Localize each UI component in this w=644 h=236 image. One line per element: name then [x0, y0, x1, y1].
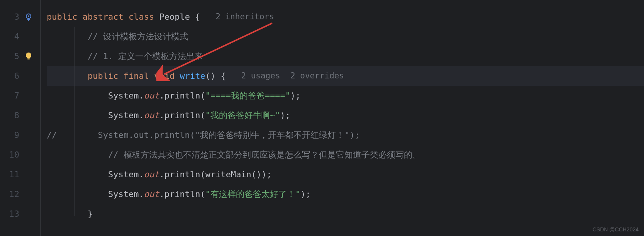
line-number: 5 — [4, 50, 19, 63]
watermark: CSDN @CCH2024 — [593, 226, 639, 234]
indent-guide — [75, 27, 75, 216]
code-editor: 3 4 5 6 7 8 9 — [0, 0, 644, 236]
inlay-hint-overrides[interactable]: 2 overrides — [290, 70, 344, 82]
code-line[interactable]: System.out.println("有这样的爸爸太好了！"); — [47, 184, 644, 204]
line-number: 3 — [4, 10, 19, 23]
gutter-line: 7 — [0, 86, 40, 105]
inlay-hint-usages[interactable]: 2 usages — [241, 70, 280, 82]
keyword: abstract — [83, 10, 124, 23]
code-line[interactable]: // 设计模板方法设计模式 — [47, 27, 644, 46]
svg-rect-2 — [27, 58, 30, 59]
gutter-line: 6 — [0, 66, 40, 86]
svg-point-1 — [28, 15, 29, 17]
gutter-line: 5 — [0, 46, 40, 66]
gutter-line: 11 — [0, 165, 40, 184]
code-line[interactable]: System.out.println(writeMain()); — [47, 165, 644, 184]
gutter-line: 8 — [0, 105, 40, 125]
string-literal: "有这样的爸爸太好了！" — [205, 188, 301, 200]
code-line[interactable]: // 1. 定义一个模板方法出来 — [47, 46, 644, 66]
keyword: public — [88, 70, 118, 82]
string-literal: "我的爸爸好牛啊~" — [205, 109, 280, 122]
code-line[interactable]: // System.out.println("我的爸爸特别牛，开车都不开红绿灯！… — [47, 125, 644, 145]
code-line-current[interactable]: public final void write() { 2 usages 2 o… — [47, 66, 644, 86]
line-number: 8 — [4, 109, 19, 122]
line-number: 7 — [4, 89, 19, 102]
override-icon[interactable] — [21, 13, 36, 21]
line-number: 10 — [4, 148, 19, 161]
code-area[interactable]: public abstract class People { 2 inherit… — [41, 0, 644, 236]
gutter-line: 3 — [0, 7, 40, 27]
line-number: 12 — [4, 188, 19, 200]
keyword: public — [47, 10, 77, 23]
comment: // 模板方法其实也不清楚正文部分到底应该是怎么写？但是它知道子类必须写的。 — [108, 148, 421, 161]
line-number: 6 — [4, 70, 19, 82]
gutter-line: 12 — [0, 184, 40, 204]
commented-out-code: // System.out.println("我的爸爸特别牛，开车都不开红绿灯！… — [47, 129, 360, 141]
class-name: People — [159, 10, 190, 23]
keyword: class — [129, 10, 154, 23]
inlay-hint-inheritors[interactable]: 2 inheritors — [215, 11, 274, 23]
gutter-line: 13 — [0, 204, 40, 224]
string-literal: "====我的爸爸====" — [205, 89, 290, 102]
gutter-line: 9 — [0, 125, 40, 145]
code-line[interactable]: } — [47, 204, 644, 224]
code-line[interactable]: // 模板方法其实也不清楚正文部分到底应该是怎么写？但是它知道子类必须写的。 — [47, 145, 644, 165]
line-number: 11 — [4, 168, 19, 181]
line-number: 13 — [4, 207, 19, 220]
keyword: void — [154, 70, 175, 82]
code-line[interactable]: public abstract class People { 2 inherit… — [47, 7, 644, 27]
method-name: write — [180, 70, 205, 82]
gutter-line: 4 — [0, 27, 40, 46]
bulb-icon[interactable] — [21, 52, 36, 61]
keyword: final — [124, 70, 149, 82]
comment: // 设计模板方法设计模式 — [88, 30, 188, 43]
gutter-line: 10 — [0, 145, 40, 165]
code-line[interactable]: System.out.println("我的爸爸好牛啊~"); — [47, 105, 644, 125]
line-number: 9 — [4, 129, 19, 141]
gutter: 3 4 5 6 7 8 9 — [0, 0, 41, 236]
code-line[interactable]: System.out.println("====我的爸爸===="); — [47, 86, 644, 105]
comment: // 1. 定义一个模板方法出来 — [88, 50, 203, 63]
line-number: 4 — [4, 30, 19, 43]
